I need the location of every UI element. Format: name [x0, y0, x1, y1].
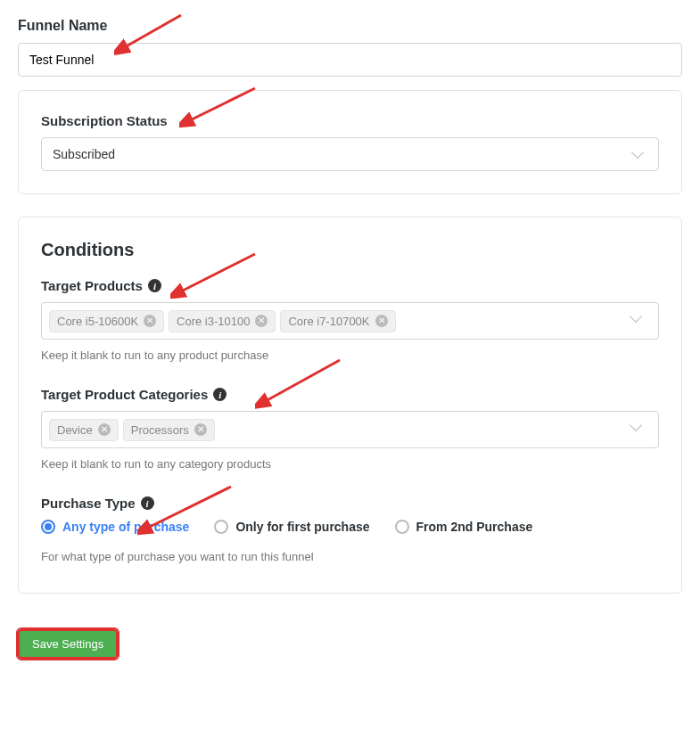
- target-products-input[interactable]: Core i5-10600K✕ Core i3-10100✕ Core i7-1…: [41, 302, 659, 340]
- product-tag: Core i7-10700K✕: [280, 310, 395, 332]
- info-icon[interactable]: i: [141, 496, 154, 510]
- purchase-type-hint: For what type of purchase you want to ru…: [41, 550, 659, 563]
- funnel-name-label: Funnel Name: [18, 18, 682, 34]
- radio-icon: [395, 520, 409, 534]
- target-categories-input[interactable]: Device✕ Processors✕: [41, 411, 659, 448]
- remove-tag-icon[interactable]: ✕: [98, 423, 111, 436]
- conditions-heading: Conditions: [41, 240, 659, 260]
- category-tag: Processors✕: [123, 419, 215, 441]
- target-products-hint: Keep it blank to run to any product purc…: [41, 348, 659, 362]
- target-products-label: Target Products: [41, 278, 143, 293]
- purchase-type-option-first[interactable]: Only for first purchase: [214, 520, 369, 534]
- product-tag: Core i5-10600K✕: [49, 310, 164, 332]
- purchase-type-option-second[interactable]: From 2nd Purchase: [395, 520, 533, 534]
- remove-tag-icon[interactable]: ✕: [255, 315, 268, 327]
- subscription-status-value: Subscribed: [53, 147, 115, 161]
- product-tag: Core i3-10100✕: [169, 310, 276, 332]
- chevron-down-icon: [630, 419, 642, 431]
- funnel-name-input[interactable]: [18, 43, 682, 77]
- chevron-down-icon: [630, 310, 642, 323]
- subscription-status-label: Subscription Status: [41, 113, 659, 128]
- target-categories-hint: Keep it blank to run to any category pro…: [41, 457, 659, 471]
- save-settings-button[interactable]: Save Settings: [18, 629, 118, 659]
- info-icon[interactable]: i: [213, 388, 226, 401]
- purchase-type-option-any[interactable]: Any type of purchase: [41, 520, 189, 534]
- info-icon[interactable]: i: [148, 279, 161, 292]
- target-categories-label: Target Product Categories: [41, 387, 208, 402]
- remove-tag-icon[interactable]: ✕: [144, 315, 156, 327]
- remove-tag-icon[interactable]: ✕: [194, 423, 207, 436]
- radio-icon: [214, 520, 228, 534]
- chevron-down-icon: [631, 146, 644, 159]
- category-tag: Device✕: [49, 419, 119, 441]
- radio-icon: [41, 520, 55, 534]
- remove-tag-icon[interactable]: ✕: [375, 315, 388, 327]
- purchase-type-label: Purchase Type: [41, 496, 136, 511]
- subscription-status-dropdown[interactable]: Subscribed: [41, 137, 659, 171]
